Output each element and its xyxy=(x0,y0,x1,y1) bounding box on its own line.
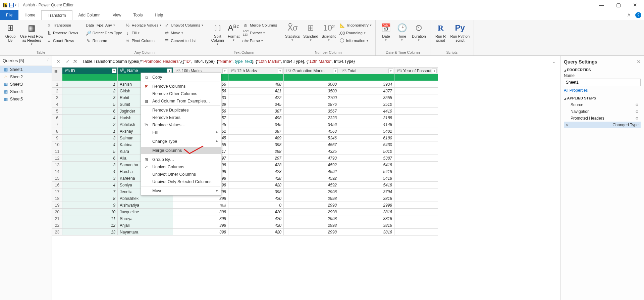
table-row[interactable]: 56Joginder5638735674410 xyxy=(52,108,438,115)
table-row[interactable]: 2212Anjali39842029983816 xyxy=(52,222,438,229)
cell[interactable]: 3794 xyxy=(339,188,394,195)
applied-step-navigation[interactable]: Navigation⚙ xyxy=(564,108,641,115)
cell[interactable]: 8 xyxy=(62,195,118,202)
datatype-icon[interactable]: 123 xyxy=(286,68,291,73)
table-row[interactable]: 133Samantha9842845925418 xyxy=(52,162,438,168)
cell[interactable] xyxy=(394,141,438,148)
cell[interactable]: 3 xyxy=(62,94,118,101)
cell[interactable]: Abhishhek xyxy=(118,195,173,202)
cell[interactable] xyxy=(394,215,438,222)
standard-button[interactable]: ⊞Standard xyxy=(302,22,320,42)
row-number[interactable]: 15 xyxy=(52,175,62,182)
cell[interactable]: 5418 xyxy=(339,175,394,182)
query-item-sheet2[interactable]: ⚠Sheet2 xyxy=(0,73,52,81)
cell[interactable]: 3000 xyxy=(284,81,339,88)
cell[interactable]: 398 xyxy=(173,195,228,202)
table-corner[interactable]: ▦ xyxy=(52,68,62,74)
context-menu-remove-errors[interactable]: Remove Errors xyxy=(141,114,221,121)
save-icon[interactable] xyxy=(9,2,14,8)
column-filter-icon[interactable]: ▾ xyxy=(222,69,227,73)
column-header-year-of-passout[interactable]: 123Year of Passout▾ xyxy=(394,68,438,74)
column-filter-icon[interactable]: ▾ xyxy=(112,69,116,73)
row-number[interactable]: 22 xyxy=(52,222,62,229)
context-menu-merge-columns[interactable]: Merge Columns xyxy=(141,147,221,154)
rounding-button[interactable]: .00Rounding xyxy=(338,29,373,37)
cell[interactable]: 3816 xyxy=(339,229,394,235)
cell[interactable] xyxy=(394,209,438,215)
tab-add-column[interactable]: Add Column xyxy=(72,10,107,20)
cell[interactable]: 6 xyxy=(62,155,118,162)
maximize-button[interactable]: ▢ xyxy=(614,1,623,9)
row-number[interactable]: 10 xyxy=(52,141,62,148)
cell[interactable]: Shreya xyxy=(118,215,173,222)
cell[interactable]: 428 xyxy=(228,168,284,175)
table-row[interactable]: 33Rohit3342227003555 xyxy=(52,94,438,101)
group-by-button[interactable]: ⊞Group By xyxy=(3,22,18,43)
format-button[interactable]: AᴮᶜFormat xyxy=(226,22,241,42)
accept-formula-icon[interactable]: ✓ xyxy=(64,58,71,65)
table-row[interactable]: 93Salman4548953466180 xyxy=(52,135,438,141)
cell[interactable]: 2998 xyxy=(284,209,339,215)
data-type-button[interactable]: Data Type: Any xyxy=(85,22,123,29)
tab-tools[interactable]: Tools xyxy=(127,10,149,20)
cell[interactable]: 428 xyxy=(228,162,284,168)
cell[interactable]: 420 xyxy=(228,222,284,229)
count-rows-button[interactable]: ≡Count Rows xyxy=(45,37,79,44)
row-number[interactable]: 13 xyxy=(52,162,62,168)
cell[interactable]: 4592 xyxy=(284,168,339,175)
table-row[interactable]: 199Aishwariyanull029982998 xyxy=(52,202,438,209)
cell[interactable] xyxy=(394,202,438,209)
cell[interactable] xyxy=(394,182,438,188)
run-r-script-button[interactable]: RRun R script xyxy=(433,22,448,43)
cell[interactable]: Aishwariya xyxy=(118,202,173,209)
cell[interactable]: 0 xyxy=(228,202,284,209)
time-button[interactable]: 🕒Time xyxy=(394,22,410,42)
cell[interactable]: 498 xyxy=(228,115,284,121)
context-menu-replace-values[interactable]: ½Replace Values… xyxy=(141,121,221,129)
cell[interactable]: 5010 xyxy=(339,148,394,155)
context-menu-remove-duplicates[interactable]: Remove Duplicates xyxy=(141,106,221,114)
cell[interactable]: 2998 xyxy=(284,202,339,209)
table-row[interactable]: 153Kareena9842845925418 xyxy=(52,175,438,182)
table-row[interactable]: 45Sumit3934528763510 xyxy=(52,101,438,108)
cell[interactable]: 421 xyxy=(228,88,284,94)
datatype-icon[interactable]: 123 xyxy=(175,68,180,73)
column-header-12th-marks[interactable]: 12312th Marks▾ xyxy=(228,68,284,74)
replace-values-button[interactable]: ½Replace Values xyxy=(124,22,163,29)
cell[interactable]: 4 xyxy=(62,141,118,148)
cell[interactable] xyxy=(394,81,438,88)
cell[interactable] xyxy=(394,168,438,175)
cell[interactable]: 4 xyxy=(62,115,118,121)
tab-help[interactable]: Help xyxy=(149,10,169,20)
context-menu-add-column-from-examples[interactable]: ▦Add Column From Examples… xyxy=(141,97,221,105)
column-header-id[interactable]: 123ID▾ xyxy=(62,68,118,74)
cell[interactable]: 4325 xyxy=(284,148,339,155)
cell[interactable]: 3816 xyxy=(339,195,394,202)
run-python-script-button[interactable]: PyRun Python script xyxy=(449,22,471,43)
cell[interactable] xyxy=(394,195,438,202)
query-item-sheet3[interactable]: ▦Sheet3 xyxy=(0,81,52,88)
cell[interactable] xyxy=(394,162,438,168)
context-menu-unpivot-only-selected-columns[interactable]: Unpivot Only Selected Columns xyxy=(141,178,221,185)
row-number[interactable]: 9 xyxy=(52,135,62,141)
table-row[interactable]: 126Alia9729747935387 xyxy=(52,155,438,162)
row-number[interactable]: 23 xyxy=(52,229,62,235)
query-item-sheet5[interactable]: ▦Sheet5 xyxy=(0,95,52,103)
cell[interactable]: 13 xyxy=(62,229,118,235)
cell[interactable]: Anjali xyxy=(118,222,173,229)
cell[interactable]: 9 xyxy=(62,202,118,209)
cell[interactable]: 3567 xyxy=(284,108,339,115)
cell[interactable]: 3 xyxy=(62,135,118,141)
row-number[interactable]: 8 xyxy=(52,128,62,135)
detect-data-type-button[interactable]: 🔎Detect Data Type xyxy=(85,29,123,37)
qat-dropdown-icon[interactable]: ▾ xyxy=(15,3,16,7)
cell[interactable]: 12 xyxy=(62,222,118,229)
cell[interactable]: 422 xyxy=(228,94,284,101)
tab-view[interactable]: View xyxy=(107,10,127,20)
cell[interactable]: 398 xyxy=(228,141,284,148)
row-number[interactable]: 12 xyxy=(52,155,62,162)
cell[interactable]: 5 xyxy=(62,101,118,108)
cell[interactable]: 387 xyxy=(228,108,284,115)
context-menu-remove-other-columns[interactable]: Remove Other Columns xyxy=(141,90,221,97)
table-row[interactable]: 104Katrina5539845675430 xyxy=(52,141,438,148)
